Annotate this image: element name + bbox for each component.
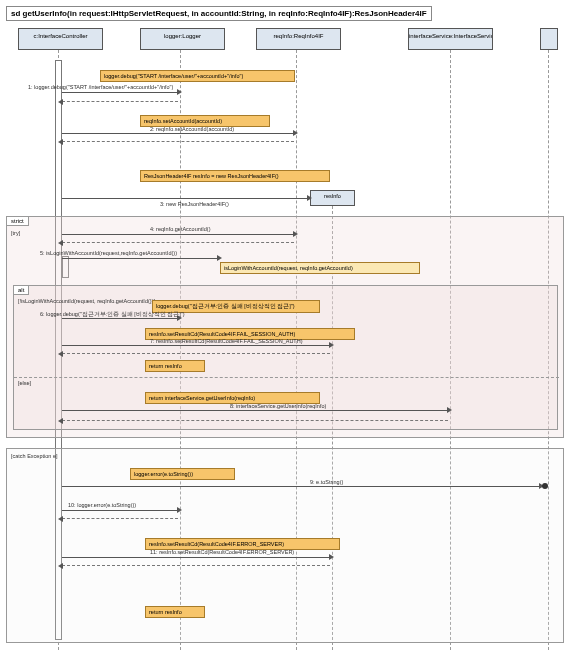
msg4-line [62, 234, 294, 235]
msg8-line [62, 410, 448, 411]
msg5-line [62, 258, 218, 259]
msg9-line [62, 486, 540, 487]
participant-service: interfaceService:InterfaceService [408, 28, 493, 50]
create-resinfo: resInfo [310, 190, 355, 206]
note-4: isLoginWithAccountId(request, reqInfo.ge… [220, 262, 420, 274]
fragment-alt-guard: [!isLoginWithAccountId(request, reqInfo.… [18, 298, 155, 304]
msg5-text: 5: isLoginWithAccountId(request,reqInfo.… [40, 250, 177, 256]
return-10 [62, 518, 178, 519]
note-7: return resInfo [145, 360, 205, 372]
note-1: logger.debug("START /interface/user/"+ac… [100, 70, 295, 82]
msg10-text: 10: logger.error(e.toString()) [68, 502, 136, 508]
msg11-text: 11: resInfo.setResultCd(ResultCode4IF.ER… [150, 549, 294, 555]
participant-reqinfo: reqInfo:ReqInfo4IF [256, 28, 341, 50]
participant-dot [540, 28, 558, 50]
msg9-lost-icon [542, 483, 548, 489]
msg9-text: 9: e.toString() [310, 479, 343, 485]
fragment-strict-label: strict [7, 217, 29, 226]
return-2 [62, 141, 294, 142]
return-1 [62, 101, 178, 102]
fragment-alt-label: alt [14, 286, 29, 295]
msg1-text: 1: logger.debug("START /interface/user/"… [28, 84, 173, 90]
return-8 [62, 420, 448, 421]
msg11-line [62, 557, 330, 558]
msg6-text: 6: logger.debug("접근거부:인증 실패 [비정상적인 접근]") [40, 311, 185, 318]
participant-logger: logger:Logger [140, 28, 225, 50]
fragment-alt-divider [14, 377, 559, 378]
return-7 [62, 353, 330, 354]
msg10-line [62, 510, 178, 511]
msg2-line [62, 133, 294, 134]
note-9: logger.error(e.toString()) [130, 468, 235, 480]
return-11 [62, 565, 330, 566]
note-3: ResJsonHeader4IF resInfo = new ResJsonHe… [140, 170, 330, 182]
msg3-line [62, 198, 308, 199]
fragment-catch-guard: [catch Exception e] [11, 453, 57, 459]
note-11: return resInfo [145, 606, 205, 618]
msg8-text: 8: interfaceService.getUserInfo(reqInfo) [230, 403, 326, 409]
participant-controller: c:InterfaceController [18, 28, 103, 50]
msg7-line [62, 345, 330, 346]
msg6-line [62, 318, 178, 319]
fragment-strict-guard: [try] [11, 230, 20, 236]
msg3-text: 3: new ResJsonHeader4IF() [160, 201, 229, 207]
msg7-text: 7: resInfo.setResultCd(ResultCode4IF.FAI… [150, 338, 303, 344]
msg4-text: 4: reqInfo.getAccountId() [150, 226, 211, 232]
msg1-line [62, 92, 178, 93]
diagram-title: sd getUserInfo(in request:IHttpServletRe… [6, 6, 432, 21]
fragment-alt-else: [else] [18, 380, 31, 386]
msg2-text: 2: reqInfo.setAccountId(accountId) [150, 126, 234, 132]
return-4 [62, 242, 294, 243]
